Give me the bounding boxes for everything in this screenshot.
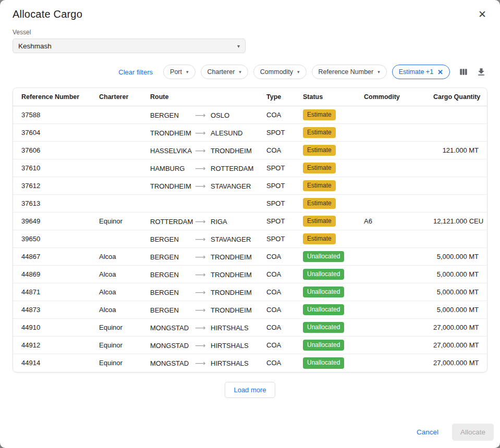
filter-chip-label: Port: [170, 68, 182, 76]
cell-route: HAMBURG⟶ROTTERDAM: [146, 159, 262, 177]
cell-cargo-quantity: 12,121.000 CEU: [429, 213, 487, 230]
filter-chip-port[interactable]: Port▾: [163, 65, 195, 79]
cell-route: HASSELVIKA⟶TRONDHEIM: [146, 142, 262, 159]
status-badge: Unallocated: [303, 340, 344, 351]
table-row[interactable]: 44869AlcoaBERGEN⟶TRONDHEIMCOAUnallocated…: [13, 266, 487, 283]
vessel-select-value: Keshmash: [18, 42, 52, 50]
route-destination: TRONDHEIM: [211, 271, 252, 279]
allocate-button[interactable]: Allocate: [452, 424, 494, 441]
cell-commodity: [360, 195, 429, 213]
filter-chip-commodity[interactable]: Commodity▾: [253, 65, 307, 79]
cell-type: SPOT: [262, 230, 299, 248]
clear-filters-link[interactable]: Clear filters: [118, 68, 153, 76]
filter-chip-estimate-1[interactable]: Estimate +1✕: [392, 65, 450, 79]
cell-route: ROTTERDAM⟶RIGA: [146, 213, 262, 230]
vessel-field: Vessel Keshmash ▾: [13, 29, 487, 53]
filter-chip-reference-number[interactable]: Reference Number▾: [312, 65, 387, 79]
table-row[interactable]: 37612TRONDHEIM⟶STAVANGERSPOTEstimate: [13, 177, 487, 195]
table-row[interactable]: 44867AlcoaBERGEN⟶TRONDHEIMCOAUnallocated…: [13, 248, 487, 266]
cell-status: Unallocated: [299, 266, 360, 283]
cell-route: TRONDHEIM⟶ALESUND: [146, 124, 262, 142]
arrow-right-icon: ⟶: [195, 323, 211, 332]
route-destination: STAVANGER: [211, 235, 251, 243]
table-row[interactable]: 37610HAMBURG⟶ROTTERDAMSPOTEstimate: [13, 159, 487, 177]
close-icon[interactable]: ✕: [477, 8, 487, 20]
vessel-label: Vessel: [13, 29, 487, 36]
cell-status: Estimate: [299, 213, 360, 230]
arrow-right-icon: ⟶: [195, 359, 211, 367]
cell-type: COA: [262, 248, 299, 266]
cell-type: SPOT: [262, 213, 299, 230]
filter-chip-charterer[interactable]: Charterer▾: [201, 65, 248, 79]
table-row[interactable]: 44910EquinorMONGSTAD⟶HIRTSHALSCOAUnalloc…: [13, 319, 487, 337]
cell-status: Unallocated: [299, 354, 360, 372]
cell-route: MONGSTAD⟶HIRTSHALS: [146, 319, 262, 337]
route-destination: TRONDHEIM: [211, 147, 252, 155]
cell-cargo-quantity: [429, 159, 487, 177]
route-destination: OSLO: [211, 111, 229, 119]
arrow-right-icon: ⟶: [195, 129, 211, 137]
table-row[interactable]: 44871AlcoaBERGEN⟶TRONDHEIMCOAUnallocated…: [13, 283, 487, 301]
cell-charterer: [95, 142, 146, 159]
table-row[interactable]: 44912EquinorMONGSTAD⟶HIRTSHALSCOAUnalloc…: [13, 337, 487, 354]
cancel-button[interactable]: Cancel: [417, 428, 438, 436]
table-row[interactable]: 44873AlcoaBERGEN⟶TRONDHEIMCOAUnallocated…: [13, 301, 487, 319]
load-more-button[interactable]: Load more: [225, 382, 275, 398]
column-header: Commodity: [360, 88, 429, 106]
status-badge: Estimate: [303, 127, 336, 139]
filter-row: Clear filters Port▾Charterer▾Commodity▾R…: [13, 65, 487, 79]
columns-icon[interactable]: [457, 66, 470, 78]
cell-charterer: Equinor: [95, 213, 146, 230]
cell-reference-number: 44867: [13, 248, 95, 266]
cell-route: BERGEN⟶OSLO: [146, 106, 262, 124]
table-header-row: Reference NumberChartererRouteTypeStatus…: [13, 88, 487, 106]
cell-charterer: Alcoa: [95, 248, 146, 266]
cell-commodity: [360, 266, 429, 283]
cell-status: Estimate: [299, 106, 360, 124]
cell-commodity: [360, 142, 429, 159]
route-origin: BERGEN: [150, 253, 195, 261]
table-row[interactable]: 37588BERGEN⟶OSLOCOAEstimate: [13, 106, 487, 124]
cell-status: Estimate: [299, 195, 360, 213]
cell-status: Unallocated: [299, 301, 360, 319]
route-origin: MONGSTAD: [150, 324, 195, 332]
route-origin: BERGEN: [150, 306, 195, 314]
download-icon[interactable]: [475, 66, 487, 78]
cell-charterer: Alcoa: [95, 283, 146, 301]
table-row[interactable]: 39650BERGEN⟶STAVANGERSPOTEstimate: [13, 230, 487, 248]
cell-charterer: [95, 106, 146, 124]
cell-type: COA: [262, 301, 299, 319]
chevron-down-icon: ▾: [377, 69, 380, 74]
cell-commodity: [360, 354, 429, 372]
cell-reference-number: 44910: [13, 319, 95, 337]
cell-reference-number: 37588: [13, 106, 95, 124]
cell-commodity: [360, 230, 429, 248]
filter-chip-label: Estimate +1: [399, 68, 433, 76]
filter-chips: Port▾Charterer▾Commodity▾Reference Numbe…: [163, 65, 450, 79]
status-badge: Estimate: [303, 180, 336, 192]
arrow-right-icon: ⟶: [195, 146, 211, 155]
arrow-right-icon: ⟶: [195, 270, 211, 279]
cell-type: COA: [262, 354, 299, 372]
cell-type: COA: [262, 106, 299, 124]
page-title: Allocate Cargo: [13, 8, 82, 20]
cargo-table: Reference NumberChartererRouteTypeStatus…: [13, 88, 487, 372]
status-badge: Unallocated: [303, 304, 344, 316]
cell-cargo-quantity: 5,000.000 MT: [429, 248, 487, 266]
cell-commodity: [360, 319, 429, 337]
table-row[interactable]: 37613SPOTEstimate: [13, 195, 487, 213]
table-row[interactable]: 37606HASSELVIKA⟶TRONDHEIMCOAEstimate121.…: [13, 142, 487, 159]
route-destination: TRONDHEIM: [211, 253, 252, 261]
filter-chip-label: Commodity: [260, 68, 293, 76]
cell-type: SPOT: [262, 159, 299, 177]
cell-route: [146, 195, 262, 213]
close-icon[interactable]: ✕: [437, 68, 443, 76]
status-badge: Estimate: [303, 198, 336, 209]
column-header: Route: [146, 88, 262, 106]
table-row[interactable]: 37604TRONDHEIM⟶ALESUNDSPOTEstimate: [13, 124, 487, 142]
table-row[interactable]: 44914EquinorMONGSTAD⟶HIRTSHALSCOAUnalloc…: [13, 354, 487, 372]
table-row[interactable]: 39649EquinorROTTERDAM⟶RIGASPOTEstimateA6…: [13, 213, 487, 230]
cell-type: COA: [262, 283, 299, 301]
vessel-select[interactable]: Keshmash ▾: [13, 39, 246, 53]
cell-status: Estimate: [299, 230, 360, 248]
